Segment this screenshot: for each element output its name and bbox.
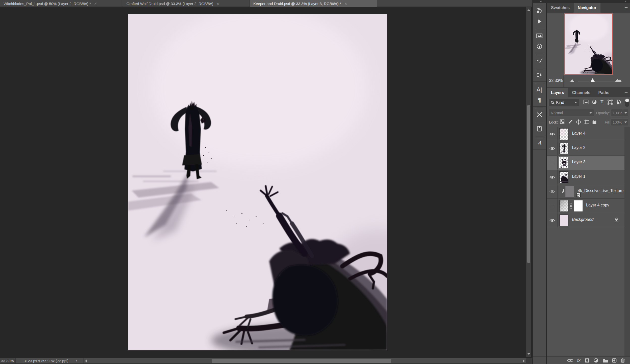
glyphs-panel-icon[interactable]: A (533, 138, 546, 148)
layer-row-layer-3[interactable]: Layer 3 (547, 156, 624, 170)
lock-artboard-icon[interactable] (584, 119, 589, 125)
zoom-out-icon[interactable] (570, 79, 574, 82)
layer-name[interactable]: 4k_Dissolve...ise_Texture (578, 189, 623, 193)
tab-swatches[interactable]: Swatches (547, 3, 574, 13)
visibility-toggle[interactable] (547, 127, 558, 141)
layer-row-layer-4-copy[interactable]: Layer 4 copy (547, 199, 624, 213)
scroll-left-icon[interactable] (85, 359, 87, 362)
dock-grip-handle[interactable] (536, 122, 543, 123)
libraries-icon[interactable] (533, 124, 546, 134)
status-zoom-field[interactable]: 33.33% (0, 358, 16, 363)
dock-grip-handle[interactable] (536, 69, 543, 69)
new-group-icon[interactable] (602, 358, 608, 362)
filter-adjustment-layers-icon[interactable] (592, 100, 597, 105)
layer-name[interactable]: Layer 2 (572, 145, 585, 150)
blend-mode-dropdown[interactable]: Normal (549, 109, 594, 116)
close-icon[interactable]: × (345, 2, 347, 6)
new-adjustment-layer-icon[interactable] (594, 358, 598, 363)
filter-toggle-switch[interactable] (625, 98, 629, 107)
dock-grip-handle[interactable] (536, 108, 543, 109)
scroll-right-icon[interactable] (523, 359, 525, 362)
opacity-field[interactable]: 100% (610, 109, 623, 116)
clone-source-icon[interactable] (533, 70, 546, 80)
layer-row-background[interactable]: Background (547, 213, 624, 227)
lock-transparency-icon[interactable] (560, 119, 564, 125)
visibility-toggle[interactable] (547, 141, 558, 156)
filter-type-layers-icon[interactable]: T (600, 99, 604, 105)
tab-paths[interactable]: Paths (594, 88, 614, 97)
tab-navigator[interactable]: Navigator (574, 3, 600, 13)
layer-name[interactable]: Layer 1 (572, 174, 585, 179)
layer-row-layer-2[interactable]: Layer 2 (547, 141, 624, 156)
tab-keeper-and-druid[interactable]: Keeper and Druid.psd @ 33.3% (Layer 3, R… (250, 0, 377, 7)
navigator-zoom-slider[interactable] (578, 81, 621, 81)
layer-thumbnail[interactable] (559, 215, 568, 226)
tool-presets-icon[interactable] (533, 109, 546, 120)
filter-kind-dropdown[interactable]: Kind (549, 99, 579, 106)
dock-grip-handle[interactable] (536, 83, 543, 84)
visibility-toggle[interactable] (547, 170, 558, 184)
fill-field[interactable]: 100% (610, 118, 623, 126)
info-icon[interactable] (533, 41, 546, 52)
layer-thumbnail[interactable] (565, 186, 574, 197)
tab-grafted-wolf-druid[interactable]: Grafted Wolf Druid.psd @ 33.3% (Layer 2,… (123, 0, 250, 7)
layer-mask-thumbnail[interactable] (574, 200, 583, 212)
layer-thumbnail[interactable] (559, 128, 568, 140)
layer-style-fx-icon[interactable]: fx (577, 358, 581, 363)
patterns-icon[interactable] (533, 31, 546, 41)
expand-dock-icon[interactable]: « (540, 0, 542, 3)
navigator-proxy-view[interactable] (564, 13, 613, 75)
layer-thumbnail[interactable] (559, 143, 568, 154)
character-panel-icon[interactable]: A| (533, 84, 546, 95)
link-layers-icon[interactable] (567, 359, 573, 362)
fill-dropdown-button[interactable] (623, 118, 628, 126)
dock-grip-handle[interactable] (536, 29, 543, 30)
scroll-up-icon[interactable] (527, 9, 530, 11)
panel-menu-icon[interactable]: ≡ (624, 90, 628, 96)
panel-menu-icon[interactable]: ≡ (624, 5, 628, 11)
document-canvas[interactable] (128, 14, 387, 350)
opacity-dropdown-button[interactable] (623, 109, 628, 116)
collapse-panels-icon[interactable]: » (624, 0, 626, 3)
horizontal-scrollbar[interactable] (83, 358, 526, 363)
layer-row-layer-4[interactable]: Layer 4 (547, 127, 624, 141)
tab-layers[interactable]: Layers (547, 88, 568, 97)
layer-row-dissolve-texture[interactable]: 4k_Dissolve...ise_Texture (547, 185, 624, 199)
lock-position-icon[interactable] (576, 119, 581, 126)
vertical-scroll-thumb[interactable] (527, 105, 530, 263)
visibility-toggle[interactable] (547, 156, 558, 170)
lock-all-icon[interactable] (592, 119, 596, 125)
new-layer-icon[interactable] (612, 358, 617, 363)
navigator-zoom-field[interactable]: 33.33% (549, 78, 563, 83)
vertical-scrollbar[interactable] (526, 7, 531, 357)
add-layer-mask-icon[interactable] (585, 358, 590, 363)
layer-name[interactable]: Background (572, 217, 593, 222)
layer-thumbnail[interactable] (559, 157, 568, 168)
close-icon[interactable]: × (94, 2, 97, 6)
close-icon[interactable]: × (217, 2, 219, 6)
layer-row-layer-1[interactable]: Layer 1 (547, 170, 624, 184)
dock-grip-handle[interactable] (536, 54, 543, 55)
lock-pixels-icon[interactable] (568, 119, 573, 125)
tab-witchblades[interactable]: Witchblades_Pol_1.psd @ 50% (Layer 2, RG… (0, 0, 123, 7)
layer-thumbnail[interactable] (559, 200, 568, 212)
filter-pixel-layers-icon[interactable] (583, 100, 589, 105)
brush-settings-icon[interactable] (533, 55, 546, 66)
scroll-down-icon[interactable] (527, 353, 530, 355)
layer-name[interactable]: Layer 3 (572, 160, 585, 164)
paragraph-panel-icon[interactable]: ¶ (533, 95, 546, 105)
history-icon[interactable] (533, 6, 546, 16)
zoom-in-icon[interactable] (615, 78, 622, 82)
visibility-toggle[interactable] (547, 185, 558, 199)
visibility-toggle[interactable] (547, 213, 558, 227)
mask-link-icon[interactable] (569, 203, 572, 209)
filter-smart-objects-icon[interactable] (616, 100, 621, 106)
layer-name[interactable]: Layer 4 (572, 131, 585, 136)
status-menu-icon[interactable]: › (76, 358, 77, 363)
dock-grip-handle[interactable] (536, 4, 543, 5)
zoom-slider-thumb[interactable] (590, 78, 595, 82)
delete-layer-icon[interactable] (621, 358, 625, 363)
layer-thumbnail[interactable] (559, 171, 568, 183)
actions-icon[interactable] (533, 16, 546, 27)
visibility-toggle[interactable] (547, 199, 558, 213)
